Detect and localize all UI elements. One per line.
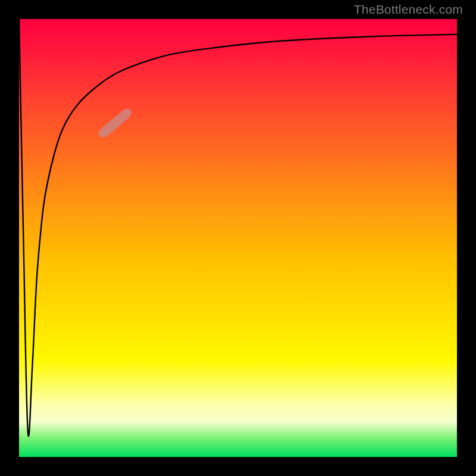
bottleneck-curve <box>19 19 457 436</box>
chart-plot-area <box>19 19 457 457</box>
watermark-text: TheBottleneck.com <box>354 2 463 17</box>
marker-oblong <box>96 107 133 140</box>
chart-svg <box>19 19 457 457</box>
chart-container: TheBottleneck.com <box>0 0 476 476</box>
annotation-marker <box>96 107 133 140</box>
